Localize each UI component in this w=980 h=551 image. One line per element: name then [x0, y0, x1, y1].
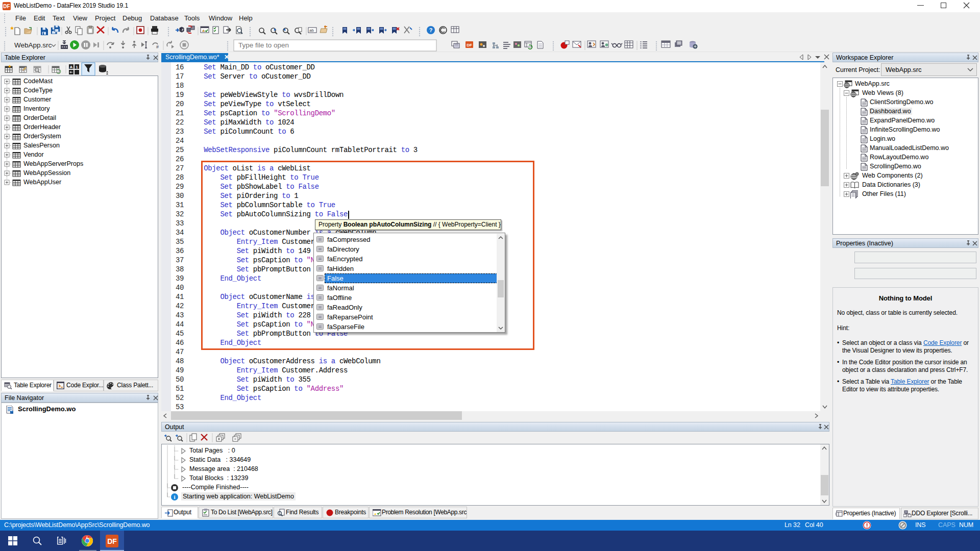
svg-text:i: i: [174, 494, 175, 500]
svg-text:DF: DF: [467, 43, 472, 47]
svg-text:ab: ab: [309, 28, 314, 33]
svg-text:A: A: [70, 65, 73, 69]
svg-text:#: #: [156, 44, 159, 49]
svg-text:DF: DF: [107, 537, 117, 545]
svg-text:1: 1: [76, 65, 78, 69]
svg-text:DF: DF: [3, 4, 10, 9]
svg-text:?: ?: [429, 27, 433, 33]
svg-text:WebApp.src: WebApp.src: [14, 41, 52, 49]
svg-text:Type file to open: Type file to open: [238, 41, 289, 49]
